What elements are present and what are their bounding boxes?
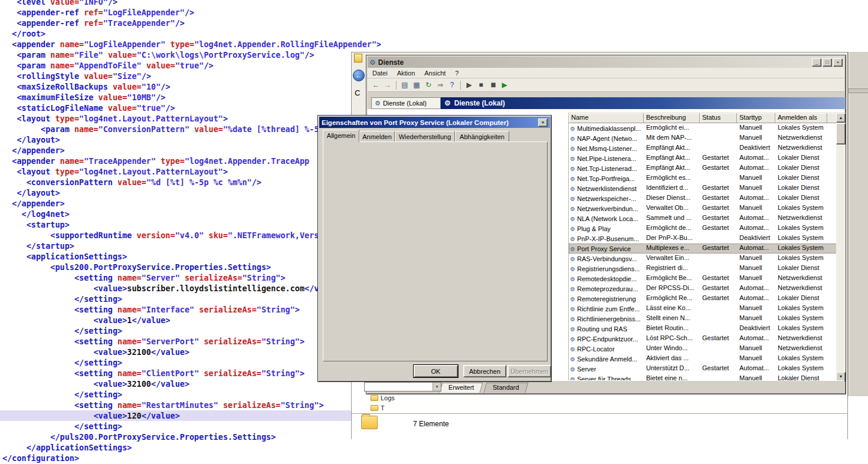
menu-item-?[interactable]: ? [450, 70, 463, 77]
back-button[interactable]: ← [353, 70, 365, 81]
service-logon-cell: Lokaler Dienst [775, 264, 827, 274]
dialog-title-bar[interactable]: Eigenschaften von Port Proxy Service (Lo… [319, 117, 550, 128]
back-icon[interactable]: ← [370, 79, 382, 91]
dialog-title: Eigenschaften von Port Proxy Service (Lo… [322, 119, 537, 126]
pause-service-icon[interactable]: ▮▮ [487, 79, 499, 91]
scrollbar-thumb[interactable] [836, 123, 846, 144]
minimize-button[interactable]: _ [812, 58, 821, 67]
cancel-button[interactable]: Abbrechen [463, 365, 506, 377]
table-row[interactable]: ⚙Richtlinie zum Entfe...Lässt eine Ko...… [569, 304, 837, 314]
service-name: Net.Tcp-Listenerad... [577, 165, 637, 172]
service-startup-cell: Automat... [737, 334, 775, 344]
service-gear-icon: ⚙ [570, 136, 575, 142]
table-row[interactable]: ⚙Netzwerkspeicher-...Dieser Dienst...Ges… [569, 193, 837, 203]
table-row[interactable]: ⚙PnP-X-IP-Busenum...Der PnP-X-Bu...Deakt… [569, 233, 837, 243]
close-button[interactable]: × [833, 58, 843, 67]
properties-icon[interactable]: ⇒ [434, 79, 446, 91]
service-gear-icon: ⚙ [570, 286, 575, 292]
service-name-cell: ⚙Plug & Play [569, 223, 644, 233]
service-status-cell: Gestartet [700, 294, 737, 304]
title-bar[interactable]: ⚙ Dienste _ □ × [368, 57, 844, 68]
table-row[interactable]: ⚙RPC-LocatorUnter Windo...ManuellNetzwer… [569, 344, 837, 354]
table-row[interactable]: ⚙NAP-Agent (Netwo...Mit dem NAP-...Manue… [569, 133, 837, 143]
service-name: RPC-Endpunktzuor... [577, 335, 638, 343]
column-header-desc[interactable]: Beschreibung [644, 113, 700, 123]
service-name: Server [577, 366, 596, 373]
view-tab-standard[interactable]: Standard [484, 383, 529, 393]
table-row[interactable]: ⚙Net.Tcp-Listenerad...Empfängt Akt...Ges… [569, 163, 837, 173]
code-line: <appender name="LogFileAppender" type="l… [2, 39, 381, 50]
service-logon-cell: Lokales System [775, 123, 827, 133]
show-console-tree-icon[interactable]: ▤ [399, 79, 411, 91]
forward-icon[interactable]: → [382, 79, 394, 91]
table-row[interactable]: ⚙RAS-Verbindungsv...Verwaltet Ein...Manu… [569, 254, 837, 264]
table-row[interactable]: ⚙Remotedesktopdie...Ermöglicht Be...Gest… [569, 274, 837, 284]
service-status-cell [700, 264, 737, 274]
service-gear-icon: ⚙ [570, 196, 575, 202]
folder-tree-item[interactable]: T [371, 404, 385, 413]
background-combo-box[interactable]: ▼ [364, 382, 441, 391]
column-header-status[interactable]: Status [700, 113, 737, 123]
table-row[interactable]: ⚙Remoteprozedurau...Der RPCSS-Di...Gesta… [569, 284, 837, 294]
table-row[interactable]: ⚙RPC-Endpunktzuor...Löst RPC-Sch...Gesta… [569, 334, 837, 344]
table-row[interactable]: ⚙NLA (Network Loca...Sammelt und ...Gest… [569, 213, 837, 223]
scope-tab[interactable]: ⚙ Dienste (Lokal) [371, 97, 441, 109]
service-gear-icon: ⚙ [570, 156, 575, 162]
start-service-icon[interactable]: ▶ [463, 79, 475, 91]
menu-item-ansicht[interactable]: Ansicht [420, 70, 450, 77]
service-status-cell: Gestartet [700, 364, 737, 374]
service-description-cell: Stellt einen N... [644, 314, 700, 324]
tab-wiederherstellung[interactable]: Wiederherstellung [395, 131, 455, 142]
refresh-icon[interactable]: ↻ [422, 79, 434, 91]
table-row[interactable]: ⚙Net.Msmq-Listener...Empfängt Akt...Deak… [569, 143, 837, 153]
menu-item-aktion[interactable]: Aktion [392, 70, 420, 77]
table-row[interactable]: ⚙Multimediaklassenpl...Ermöglicht ei...M… [569, 123, 837, 133]
service-description-cell: Aktiviert das ... [644, 354, 700, 364]
table-row[interactable]: ⚙Port Proxy ServiceMultiplexes e...Gesta… [569, 243, 837, 254]
stop-service-icon[interactable]: ■ [475, 79, 487, 91]
service-name-cell: ⚙Registrierungsdiens... [569, 264, 644, 274]
service-startup-cell: Automat... [737, 193, 775, 203]
service-status-cell [700, 233, 737, 243]
table-row[interactable]: ⚙Sekundäre Anmeld...Aktiviert das ...Man… [569, 354, 837, 364]
help-icon[interactable]: ? [446, 79, 458, 91]
column-header-start[interactable]: Starttyp [737, 113, 775, 123]
ok-button[interactable]: OK [414, 365, 458, 377]
maximize-button[interactable]: □ [823, 58, 832, 67]
folder-tree-item[interactable]: Logs [371, 394, 395, 403]
table-row[interactable]: ⚙Richtlinienergebniss...Stellt einen N..… [569, 314, 837, 324]
view-tab-erweitert[interactable]: Erweitert [440, 383, 483, 393]
apply-button[interactable]: Übernehmen [507, 365, 551, 377]
close-icon[interactable]: × [538, 119, 548, 127]
table-row[interactable]: ⚙Netzwerkverbindun...Verwaltet Ob...Gest… [569, 203, 837, 213]
tab-anmelden[interactable]: Anmelden [359, 131, 395, 142]
service-description-cell: Unterstützt D... [644, 364, 700, 374]
table-row[interactable]: ⚙NetzwerklistendienstIdentifiziert d...G… [569, 183, 837, 193]
service-gear-icon: ⚙ [570, 126, 575, 132]
table-row[interactable]: ⚙Net.Pipe-Listenera...Empfängt Akt...Ges… [569, 153, 837, 163]
menu-item-datei[interactable]: Datei [368, 70, 392, 77]
services-list: NameBeschreibungStatusStarttypAnmelden a… [568, 113, 846, 381]
table-row[interactable]: ⚙Net.Tcp-Portfreiga...Ermöglicht es...Ma… [569, 173, 837, 183]
service-startup-cell: Deaktiviert [737, 233, 775, 243]
table-row[interactable]: ⚙RemoteregistrierungErmöglicht Re...Gest… [569, 294, 837, 304]
service-name: Registrierungsdiens... [577, 265, 640, 272]
table-row[interactable]: ⚙Registrierungsdiens...Registriert di...… [569, 264, 837, 274]
tab-allgemein[interactable]: Allgemein [323, 130, 359, 142]
code-line: <maxSizeRollBackups value="10"/> [2, 81, 381, 92]
folder-icon [361, 416, 378, 429]
service-description-cell: Registriert di... [644, 264, 700, 274]
vertical-scrollbar[interactable]: ▲ ▼ [836, 113, 846, 381]
chevron-down-icon[interactable]: ▼ [433, 383, 441, 391]
scroll-up-button[interactable]: ▲ [836, 113, 846, 123]
table-row[interactable]: ⚙ServerUnterstützt D...GestartetAutomat.… [569, 364, 837, 374]
table-row[interactable]: ⚙Routing und RASBietet Routin...Deaktivi… [569, 324, 837, 334]
export-list-icon[interactable]: ▦ [411, 79, 422, 91]
column-header-name[interactable]: Name [569, 113, 644, 123]
restart-service-icon[interactable]: ▶ [499, 79, 510, 91]
service-description-cell: Identifiziert d... [644, 183, 700, 193]
column-header-logon[interactable]: Anmelden als [775, 113, 827, 123]
service-description-cell: Verwaltet Ob... [644, 203, 700, 213]
table-row[interactable]: ⚙Plug & PlayErmöglicht de...GestartetAut… [569, 223, 837, 233]
tab-abhaengigkeiten[interactable]: Abhängigkeiten [455, 131, 509, 142]
